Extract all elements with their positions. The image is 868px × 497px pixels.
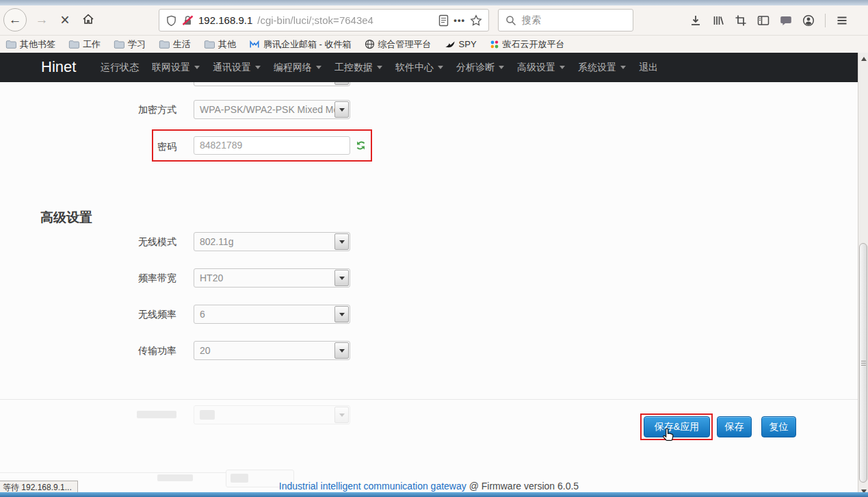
encryption-label: 加密方式 [0, 104, 176, 116]
tencent-mail-icon [249, 40, 260, 49]
ghost-select [194, 405, 350, 424]
nav-run-status[interactable]: 运行状态 [101, 62, 139, 74]
bookmark-life[interactable]: 生活 [159, 38, 191, 51]
dropdown-button[interactable] [334, 270, 349, 286]
app-navbar: Hinet 运行状态 联网设置 通讯设置 编程网络 工控数据 软件中心 分析诊断… [0, 53, 858, 82]
tx-power-value: 20 [200, 345, 211, 356]
messages-bubble-icon[interactable] [780, 14, 792, 27]
bottom-blue-strip [0, 492, 868, 497]
nav-logout[interactable]: 退出 [639, 62, 658, 74]
bookmark-study[interactable]: 学习 [114, 38, 146, 51]
bookmark-label: SPY [459, 39, 477, 49]
dropdown-button[interactable] [334, 101, 349, 118]
insecure-lock-icon[interactable] [182, 14, 194, 27]
nav-advanced-settings[interactable]: 高级设置 [517, 62, 565, 74]
nav-system-settings[interactable]: 系统设置 [578, 62, 626, 74]
bookmark-spy[interactable]: SPY [445, 39, 477, 49]
folder-icon [68, 40, 79, 49]
bookmark-star-icon[interactable] [470, 14, 482, 27]
password-label: 密码 [0, 141, 176, 153]
chevron-down-icon [339, 108, 345, 112]
wireless-mode-select[interactable]: 802.11g [194, 232, 350, 251]
browser-toolbar: ← → × 192.168.9.1 /cgi-b [0, 5, 868, 36]
page-footer: Industrial intelligent communication gat… [0, 481, 858, 492]
account-icon[interactable] [802, 14, 815, 27]
brand-logo[interactable]: Hinet [41, 58, 76, 76]
nav-software-center[interactable]: 软件中心 [395, 62, 443, 74]
firmware-version: @ Firmware version 6.0.5 [469, 481, 579, 492]
back-arrow-icon: ← [9, 12, 22, 27]
folder-icon [5, 40, 16, 49]
bookmark-tencent-mail[interactable]: 腾讯企业邮箱 - 收件箱 [249, 38, 352, 51]
home-icon [81, 12, 95, 26]
nav-network-settings[interactable]: 联网设置 [152, 62, 200, 74]
screenshot-crop-icon[interactable] [735, 14, 747, 27]
folder-icon [114, 40, 124, 49]
folder-icon [204, 40, 215, 49]
nav-comm-settings[interactable]: 通讯设置 [213, 62, 261, 74]
url-host: 192.168.9.1 [198, 14, 252, 26]
wireless-mode-value: 802.11g [200, 236, 234, 247]
chevron-down-icon [255, 66, 261, 69]
library-icon[interactable] [712, 14, 724, 27]
tx-power-label: 传输功率 [0, 345, 176, 357]
url-path: /cgi-bin/luci/;stok=7643e4 [257, 14, 434, 26]
page-actions-icon[interactable]: ••• [453, 15, 465, 25]
sidebar-toggle-icon[interactable] [757, 14, 770, 27]
scroll-up-arrow[interactable] [858, 53, 868, 64]
bookmark-label: 萤石云开放平台 [503, 38, 565, 51]
save-apply-annotation-box [640, 413, 713, 440]
window-titlebar [0, 0, 868, 5]
bookmark-label: 其他书签 [20, 38, 55, 51]
dropdown-button[interactable] [334, 306, 349, 322]
bookmarks-bar: 其他书签 工作 学习 生活 其他 腾讯企业邮箱 - 收件箱 综合管理平台 SP [0, 36, 868, 53]
gateway-link[interactable]: Industrial intelligent communication gat… [279, 481, 466, 492]
url-bar[interactable]: 192.168.9.1 /cgi-bin/luci/;stok=7643e4 •… [159, 9, 489, 31]
home-button[interactable] [78, 8, 98, 31]
chevron-down-icon [499, 66, 504, 69]
bookmark-other-bookmarks[interactable]: 其他书签 [5, 38, 55, 51]
chevron-down-icon [438, 66, 443, 69]
scrollbar-thumb[interactable] [859, 243, 867, 483]
chevron-down-icon [620, 66, 626, 69]
bookmark-label: 生活 [173, 38, 191, 51]
screen: ← → × 192.168.9.1 /cgi-b [0, 0, 868, 497]
mouse-cursor-icon [661, 427, 676, 446]
bookmark-ezviz[interactable]: 萤石云开放平台 [490, 38, 565, 51]
app-menu: 运行状态 联网设置 通讯设置 编程网络 工控数据 软件中心 分析诊断 高级设置 … [0, 62, 658, 74]
back-button[interactable]: ← [3, 8, 27, 31]
nav-analysis-diagnosis[interactable]: 分析诊断 [456, 62, 504, 74]
bookmark-mgmt-platform[interactable]: 综合管理平台 [365, 38, 432, 51]
bird-icon [445, 40, 456, 49]
hamburger-menu-icon[interactable] [836, 14, 848, 27]
tracking-shield-icon[interactable] [166, 14, 177, 27]
bandwidth-select[interactable]: HT20 [194, 268, 350, 288]
download-icon[interactable] [689, 14, 702, 27]
encryption-select[interactable]: WPA-PSK/WPA2-PSK Mixed Mo [194, 100, 350, 119]
toolbar-separator [825, 14, 826, 27]
globe-icon [365, 39, 375, 49]
reader-mode-icon[interactable] [438, 14, 449, 27]
dropdown-button[interactable] [334, 233, 349, 250]
stop-button[interactable]: × [55, 8, 75, 31]
chevron-down-icon [194, 66, 200, 69]
reset-button[interactable]: 复位 [761, 416, 796, 437]
save-button[interactable]: 保存 [717, 416, 752, 437]
tx-power-select[interactable]: 20 [194, 341, 350, 360]
nav-programming-network[interactable]: 编程网络 [274, 62, 321, 74]
bookmark-work[interactable]: 工作 [68, 38, 101, 51]
channel-select[interactable]: 6 [194, 305, 350, 324]
nav-industrial-data[interactable]: 工控数据 [334, 62, 382, 74]
chevron-down-icon [560, 66, 565, 69]
bookmark-label: 腾讯企业邮箱 - 收件箱 [263, 38, 352, 51]
dropdown-button[interactable] [334, 342, 349, 359]
scrollbar[interactable] [858, 53, 868, 497]
bookmark-misc[interactable]: 其他 [204, 38, 236, 51]
bookmark-label: 工作 [83, 38, 101, 51]
page-viewport: Hinet 运行状态 联网设置 通讯设置 编程网络 工控数据 软件中心 分析诊断… [0, 53, 858, 497]
status-tooltip: 等待 192.168.9.1... [0, 481, 78, 492]
chevron-down-icon [339, 240, 345, 244]
forward-button[interactable]: → [31, 8, 52, 31]
chevron-down-icon [377, 66, 382, 69]
search-bar[interactable]: 搜索 [498, 9, 633, 31]
